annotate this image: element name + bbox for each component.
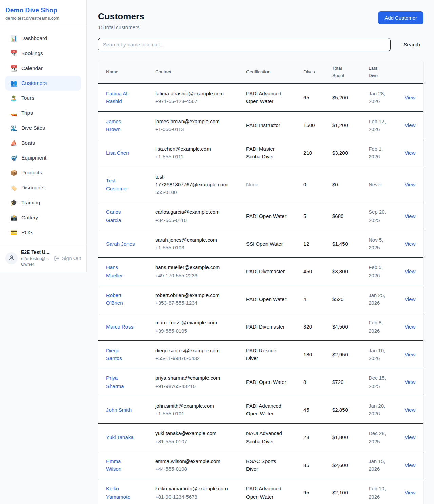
customer-total-spent: $720 [332, 379, 343, 385]
customer-last-dive: Never [369, 181, 382, 188]
view-customer-link[interactable]: View [405, 268, 415, 274]
sidebar-item-label: Tours [21, 95, 34, 101]
search-input[interactable] [98, 38, 391, 51]
sidebar-item-gallery[interactable]: 📸 Gallery [5, 210, 81, 225]
sidebar-item-discounts[interactable]: 🏷️ Discounts [5, 180, 81, 195]
view-customer-link[interactable]: View [405, 407, 415, 413]
customer-name-link[interactable]: Emma Wilson [106, 457, 121, 473]
customers-table-card: Name Contact Certification Dives Total S… [98, 60, 423, 504]
sidebar-item-label: Bookings [21, 50, 43, 56]
customer-total-spent: $3,800 [332, 268, 348, 274]
sidebar-item-trips[interactable]: 🚤 Trips [5, 106, 81, 120]
view-customer-link[interactable]: View [405, 462, 415, 468]
table-row: Fatima Al- Rashid fatima.alrashid@exampl… [98, 84, 423, 112]
sidebar-item-label: Calendar [21, 65, 43, 71]
search-button[interactable]: Search [400, 40, 423, 50]
view-customer-link[interactable]: View [405, 296, 415, 302]
page-subtitle: 15 total customers [98, 24, 144, 30]
view-customer-link[interactable]: View [405, 182, 415, 187]
customer-name-link[interactable]: Lisa Chen [106, 149, 129, 157]
user-role: Owner [21, 261, 51, 267]
view-customer-link[interactable]: View [405, 241, 415, 247]
view-customer-link[interactable]: View [405, 379, 415, 385]
sidebar-item-pos[interactable]: 💳 POS [5, 225, 81, 240]
sidebar-item-label: Trips [21, 110, 33, 116]
sidebar-item-tours[interactable]: 🏝️ Tours [5, 91, 81, 106]
customer-name-link[interactable]: Carlos Garcia [106, 208, 121, 224]
view-customer-link[interactable]: View [405, 95, 415, 100]
customer-name-link[interactable]: Yuki Tanaka [106, 433, 134, 441]
view-customer-link[interactable]: View [405, 122, 415, 128]
customer-phone: +1-555-0103 [155, 244, 242, 251]
view-customer-link[interactable]: View [405, 490, 415, 496]
customer-total-spent: $0 [332, 182, 338, 187]
customer-name-link[interactable]: James Brown [106, 117, 121, 133]
customer-email: test- 1772681807767@example.com [155, 173, 242, 189]
table-row: Yuki Tanaka yuki.tanaka@example.com +81-… [98, 424, 423, 451]
customer-last-dive: Sep 20, 2025 [369, 208, 390, 224]
shop-name-link[interactable]: Demo Dive Shop [5, 6, 80, 14]
sidebar-item-label: Training [21, 200, 40, 206]
customer-email: john.smith@example.com [155, 402, 242, 410]
customer-name-link[interactable]: Sarah Jones [106, 240, 135, 248]
customer-certification: PADI Advanced Open Water [246, 403, 281, 416]
sidebar-item-label: Boats [21, 140, 35, 146]
graduation-cap-icon: 🎓 [10, 199, 17, 206]
customer-name-link[interactable]: Robert O'Brien [106, 291, 123, 307]
sidebar-item-customers[interactable]: 👥 Customers [5, 76, 81, 91]
main-content: Customers 15 total customers Add Custome… [87, 0, 434, 504]
customer-name-link[interactable]: Hans Mueller [106, 263, 123, 279]
customer-dives: 85 [303, 462, 309, 468]
customer-email: carlos.garcia@example.com [155, 208, 242, 216]
customer-phone: +44-555-0108 [155, 465, 242, 473]
customer-name-link[interactable]: John Smith [106, 406, 132, 414]
customer-certification: PADI Open Water [246, 379, 286, 385]
sidebar-item-label: Customers [21, 80, 47, 86]
customer-name-link[interactable]: Marco Rossi [106, 323, 134, 331]
sidebar-item-dive-sites[interactable]: 🌊 Dive Sites [5, 120, 81, 135]
table-row: Emma Wilson emma.wilson@example.com +44-… [98, 451, 423, 479]
table-row: Test Customer test- 1772681807767@exampl… [98, 167, 423, 202]
customer-dives: 4 [303, 296, 306, 302]
sidebar-item-products[interactable]: 📦 Products [5, 165, 81, 180]
customer-name-link[interactable]: Priya Sharma [106, 374, 124, 390]
customer-email: diego.santos@example.com [155, 347, 242, 354]
sidebar-item-dashboard[interactable]: 📊 Dashboard [5, 31, 81, 46]
customer-name-link[interactable]: Diego Santos [106, 347, 122, 362]
sidebar-item-training[interactable]: 🎓 Training [5, 195, 81, 210]
customer-certification: PADI Advanced Open Water [246, 91, 281, 104]
sidebar-item-label: Dashboard [21, 35, 47, 41]
view-customer-link[interactable]: View [405, 352, 415, 357]
customer-name-link[interactable]: Test Customer [106, 176, 128, 192]
customer-dives: 320 [303, 324, 312, 330]
customer-phone: +91-98765-43210 [155, 382, 242, 390]
view-customer-link[interactable]: View [405, 213, 415, 219]
package-icon: 📦 [10, 169, 17, 176]
sign-out-button[interactable]: Sign Out [54, 256, 81, 261]
customer-dives: 45 [303, 407, 309, 413]
sidebar-item-boats[interactable]: ⛵ Boats [5, 135, 81, 150]
user-info: E2E Test U... e2e-tester@... Owner [21, 249, 51, 267]
sidebar-item-bookings[interactable]: 📅 Bookings [5, 46, 81, 61]
sidebar: Demo Dive Shop demo.test.divestreams.com… [0, 0, 87, 272]
customer-total-spent: $2,950 [332, 352, 348, 357]
tear-off-calendar-icon: 📆 [10, 65, 17, 72]
sidebar-item-calendar[interactable]: 📆 Calendar [5, 61, 81, 76]
customer-email: marco.rossi@example.com [155, 319, 242, 326]
view-customer-link[interactable]: View [405, 150, 415, 156]
sidebar-item-label: POS [21, 229, 33, 236]
table-header-row: Name Contact Certification Dives Total S… [98, 60, 423, 84]
customer-name-link[interactable]: Fatima Al- Rashid [106, 90, 129, 106]
sidebar-item-equipment[interactable]: 🤿 Equipment [5, 150, 81, 165]
customer-phone: +1-555-0111 [155, 153, 242, 161]
customer-email: james.brown@example.com [155, 117, 242, 125]
column-header-dives: Dives [303, 60, 332, 84]
customer-last-dive: Feb 1, 2026 [369, 145, 390, 161]
add-customer-button[interactable]: Add Customer [378, 11, 423, 24]
view-customer-link[interactable]: View [405, 324, 415, 330]
customer-email: emma.wilson@example.com [155, 457, 242, 465]
page-title: Customers [98, 11, 144, 22]
view-customer-link[interactable]: View [405, 434, 415, 440]
customer-name-link[interactable]: Keiko Yamamoto [106, 485, 130, 501]
column-header-actions [405, 60, 423, 84]
